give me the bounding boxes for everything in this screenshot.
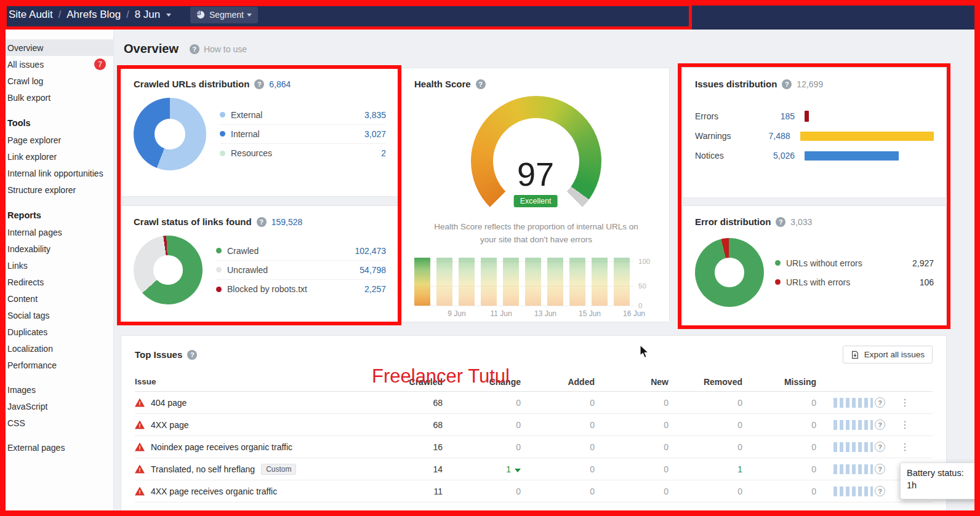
- sidebar-item-label: Links: [7, 261, 28, 271]
- sidebar-item-content[interactable]: Content: [0, 290, 113, 307]
- trend-bar[interactable]: [459, 258, 475, 306]
- breadcrumb-project[interactable]: Ahrefs Blog: [66, 9, 121, 21]
- y-axis-tick: 100: [638, 258, 650, 265]
- table-row[interactable]: 404 page 68 0 0 0 0 0: [135, 392, 933, 414]
- how-to-use-link[interactable]: How to use: [190, 44, 247, 54]
- legend-item-resources[interactable]: Resources 2: [220, 144, 386, 163]
- sidebar-item-page-explorer[interactable]: Page explorer: [0, 132, 113, 148]
- table-row[interactable]: Translated, no self hreflang Custom 14 1…: [135, 458, 933, 480]
- sidebar-item-link-explorer[interactable]: Link explorer: [0, 148, 113, 165]
- sidebar-item-overview[interactable]: Overview: [0, 39, 113, 56]
- sidebar-item-css[interactable]: CSS: [0, 415, 113, 431]
- sidebar-item-label: Internal link opportunities: [7, 169, 103, 178]
- help-icon[interactable]: [476, 79, 486, 89]
- legend-item-external[interactable]: External 3,835: [220, 106, 386, 125]
- issue-cell[interactable]: Noindex page receives organic traffic: [135, 442, 393, 452]
- col-missing[interactable]: Missing: [742, 377, 816, 387]
- sidebar-item-internal-pages[interactable]: Internal pages: [0, 224, 113, 240]
- legend-item-blocked[interactable]: Blocked by robots.txt 2,257: [216, 280, 386, 299]
- help-icon[interactable]: [187, 350, 197, 360]
- col-crawled[interactable]: Crawled: [393, 377, 443, 387]
- crawled-urls-donut-chart: [134, 98, 206, 170]
- trend-bar[interactable]: [592, 258, 608, 306]
- legend-item-urls-without-errors[interactable]: URLs without errors 2,927: [775, 253, 934, 272]
- row-menu-icon[interactable]: [899, 397, 910, 408]
- card-total[interactable]: 6,864: [269, 79, 291, 89]
- sidebar-item-social-tags[interactable]: Social tags: [0, 307, 113, 323]
- col-new[interactable]: New: [595, 377, 669, 387]
- legend-item-uncrawled[interactable]: Uncrawled 54,798: [216, 261, 386, 280]
- y-axis-tick: 0: [638, 302, 642, 309]
- legend-label: Blocked by robots.txt: [227, 284, 307, 294]
- trend-bar[interactable]: [547, 258, 563, 306]
- legend-item-urls-with-errors[interactable]: URLs with errors 106: [775, 272, 934, 292]
- issue-name: 4XX page receives organic traffic: [151, 486, 277, 496]
- col-change[interactable]: Change: [443, 377, 521, 387]
- help-icon[interactable]: [782, 79, 792, 89]
- table-row[interactable]: Noindex page receives organic traffic 16…: [135, 436, 933, 458]
- legend-label: External: [231, 110, 262, 120]
- segment-button[interactable]: Segment: [190, 7, 258, 23]
- col-removed[interactable]: Removed: [669, 377, 742, 387]
- sidebar-item-images[interactable]: Images: [0, 381, 113, 398]
- sidebar-item-duplicates[interactable]: Duplicates: [0, 323, 113, 340]
- legend-item-crawled[interactable]: Crawled 102,473: [216, 242, 386, 261]
- sidebar-item-links[interactable]: Links: [0, 257, 113, 274]
- row-help-icon[interactable]: [875, 419, 885, 430]
- change-value: 1: [443, 464, 521, 474]
- sidebar-item-external-pages[interactable]: External pages: [0, 439, 113, 456]
- sidebar-section-tools: Tools: [0, 114, 113, 132]
- card-total[interactable]: 159,528: [271, 217, 303, 227]
- removed-value: 0: [669, 398, 742, 408]
- how-to-use-label: How to use: [204, 44, 247, 54]
- card-total: 3,033: [790, 217, 812, 227]
- legend-value: 3,027: [364, 129, 386, 139]
- help-icon[interactable]: [257, 217, 267, 227]
- row-help-icon[interactable]: [875, 486, 885, 496]
- row-help-icon[interactable]: [875, 397, 885, 408]
- help-icon[interactable]: [254, 79, 264, 89]
- sidebar-item-redirects[interactable]: Redirects: [0, 274, 113, 290]
- trend-bar[interactable]: [481, 258, 497, 306]
- table-row[interactable]: 4XX page receives organic traffic 11 0 0…: [135, 480, 933, 502]
- trend-bar[interactable]: [436, 258, 452, 306]
- issues-row-warnings[interactable]: Warnings 7,488: [695, 126, 934, 146]
- sidebar-item-label: Internal pages: [7, 228, 62, 237]
- help-icon[interactable]: [776, 217, 785, 227]
- sidebar-item-performance[interactable]: Performance: [0, 357, 113, 373]
- trend-bar[interactable]: [614, 258, 630, 306]
- x-axis-tick: 15 Jun: [579, 309, 601, 318]
- breadcrumb-date-dropdown[interactable]: 8 Jun: [135, 9, 171, 21]
- sidebar-item-javascript[interactable]: JavaScript: [0, 398, 113, 415]
- row-menu-icon[interactable]: [899, 441, 910, 453]
- issue-cell[interactable]: 4XX page: [135, 420, 393, 430]
- issue-cell[interactable]: 404 page: [135, 398, 393, 408]
- sidebar-item-all-issues[interactable]: All issues 7: [0, 56, 113, 73]
- issue-cell[interactable]: 4XX page receives organic traffic: [135, 486, 393, 496]
- missing-value: 0: [742, 398, 816, 408]
- row-help-icon[interactable]: [875, 464, 885, 474]
- sidebar-item-localization[interactable]: Localization: [0, 340, 113, 357]
- col-added[interactable]: Added: [521, 377, 595, 387]
- sidebar-item-structure-explorer[interactable]: Structure explorer: [0, 181, 113, 198]
- issues-row-errors[interactable]: Errors 185: [695, 106, 934, 126]
- row-help-icon[interactable]: [875, 442, 885, 452]
- export-all-issues-button[interactable]: Export all issues: [843, 346, 933, 363]
- sidebar-item-crawl-log[interactable]: Crawl log: [0, 73, 113, 89]
- issue-cell[interactable]: Translated, no self hreflang Custom: [135, 464, 393, 475]
- row-menu-icon[interactable]: [899, 419, 910, 431]
- trend-bar[interactable]: [569, 258, 585, 306]
- breadcrumb-product[interactable]: Site Audit: [9, 9, 53, 21]
- issues-row-notices[interactable]: Notices 5,026: [695, 146, 934, 165]
- trend-bar[interactable]: [414, 258, 430, 306]
- trend-bar[interactable]: [503, 258, 519, 306]
- sidebar-item-internal-link-opportunities[interactable]: Internal link opportunities: [0, 165, 113, 181]
- trend-bar[interactable]: [525, 258, 541, 306]
- legend-item-internal[interactable]: Internal 3,027: [220, 125, 386, 144]
- sidebar-item-label: External pages: [7, 443, 65, 453]
- col-issue[interactable]: Issue: [135, 377, 393, 386]
- sidebar-item-label: JavaScript: [7, 402, 47, 411]
- sidebar-item-bulk-export[interactable]: Bulk export: [0, 89, 113, 106]
- sidebar-item-indexability[interactable]: Indexability: [0, 240, 113, 257]
- table-row[interactable]: 4XX page 68 0 0 0 0 0: [135, 414, 933, 436]
